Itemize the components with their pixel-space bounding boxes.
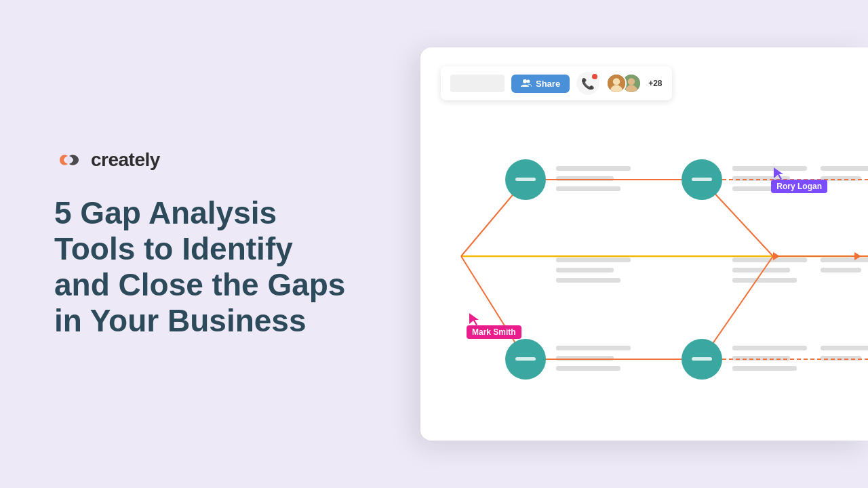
svg-marker-47 xyxy=(469,313,479,325)
svg-rect-9 xyxy=(556,166,631,171)
share-button[interactable]: Share xyxy=(511,75,570,93)
svg-point-7 xyxy=(628,78,635,85)
svg-point-1 xyxy=(523,79,527,83)
svg-rect-44 xyxy=(515,357,536,361)
svg-rect-16 xyxy=(556,268,614,272)
toolbar-search[interactable] xyxy=(450,75,505,92)
svg-marker-48 xyxy=(774,167,783,180)
mark-smith-label: Mark Smith xyxy=(467,325,521,339)
creately-logo-icon xyxy=(54,150,84,169)
logo: creately xyxy=(54,149,347,171)
svg-rect-25 xyxy=(732,356,790,361)
svg-rect-19 xyxy=(732,268,790,272)
collaborators-avatars: +28 xyxy=(606,73,662,94)
svg-rect-17 xyxy=(556,278,620,283)
mark-smith-cursor: Mark Smith xyxy=(467,312,521,339)
logo-text: creately xyxy=(91,149,160,171)
toolbar: Share 📞 xyxy=(441,66,672,100)
call-active-dot xyxy=(592,74,597,79)
svg-rect-21 xyxy=(556,346,631,350)
rory-logan-label: Rory Logan xyxy=(771,180,827,193)
headline: 5 Gap Analysis Tools to Identify and Clo… xyxy=(54,195,347,339)
diagram-card: Share 📞 xyxy=(420,47,868,441)
left-panel: creately 5 Gap Analysis Tools to Identif… xyxy=(0,108,388,380)
svg-rect-24 xyxy=(732,346,807,350)
svg-rect-29 xyxy=(821,258,868,262)
share-people-icon xyxy=(521,79,532,88)
svg-rect-40 xyxy=(515,178,536,181)
svg-point-4 xyxy=(613,78,620,85)
svg-point-0 xyxy=(66,157,71,163)
svg-rect-11 xyxy=(556,186,620,191)
right-panel: Share 📞 xyxy=(388,0,868,488)
cursor-arrow-mark xyxy=(468,312,479,325)
svg-rect-30 xyxy=(821,268,861,272)
svg-rect-31 xyxy=(821,346,868,350)
svg-rect-42 xyxy=(692,178,712,181)
call-button[interactable]: 📞 xyxy=(576,72,599,95)
svg-rect-26 xyxy=(732,366,797,371)
rory-logan-cursor: Rory Logan xyxy=(771,166,827,193)
cursor-arrow-rory xyxy=(772,166,783,180)
diagram-svg xyxy=(420,47,868,441)
svg-rect-46 xyxy=(692,357,712,361)
svg-point-2 xyxy=(527,80,530,83)
svg-rect-20 xyxy=(732,278,797,283)
avatar-1 xyxy=(606,73,627,94)
svg-rect-27 xyxy=(821,166,868,171)
collaborators-count: +28 xyxy=(648,79,662,88)
svg-rect-15 xyxy=(556,258,631,262)
svg-rect-23 xyxy=(556,366,620,371)
